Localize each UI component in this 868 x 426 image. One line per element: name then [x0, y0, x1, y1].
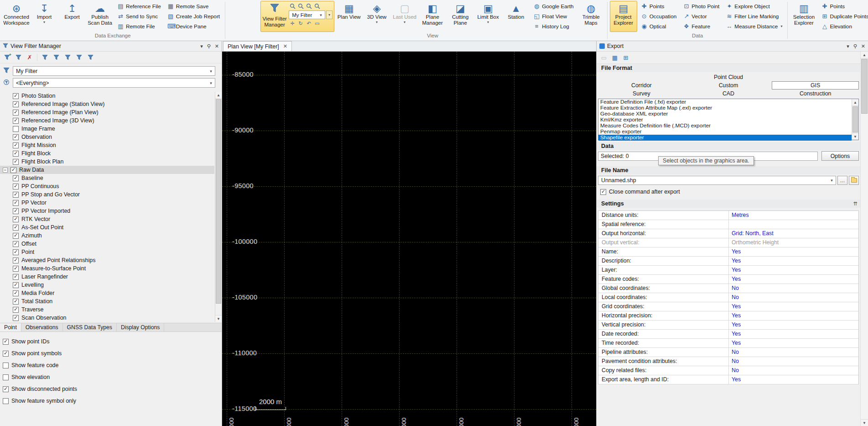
zoom-extents-icon[interactable] — [313, 3, 321, 10]
panel-close-icon[interactable]: ✕ — [861, 43, 865, 49]
panel-pin-icon[interactable]: ⚲ — [853, 43, 857, 49]
tree-item[interactable]: − Point — [0, 248, 214, 256]
tree-item[interactable]: − PP Stop and Go Vector — [0, 190, 214, 199]
checkbox[interactable] — [3, 339, 9, 345]
checkbox[interactable] — [13, 225, 19, 231]
scope-combobox[interactable]: <Everything> ▾ — [13, 78, 215, 88]
tree-item[interactable]: − As-Set Out Point — [0, 223, 214, 231]
scroll-up-icon[interactable]: ▲ — [852, 99, 858, 106]
scroll-down-icon[interactable]: ▼ — [861, 419, 868, 426]
format-category[interactable] — [598, 73, 685, 81]
display-option[interactable]: Show point IDs — [3, 336, 219, 347]
tree-item[interactable]: − Azimuth — [0, 231, 214, 240]
tree-item[interactable]: − Measure-to-Surface Point — [0, 264, 214, 273]
scrollbar-thumb[interactable] — [216, 99, 221, 304]
tree-item[interactable]: − Observation — [0, 133, 214, 141]
ribbon-filter-combobox[interactable]: My Filter ▾ — [289, 11, 325, 19]
setting-value[interactable]: No — [729, 366, 858, 375]
format-category[interactable]: Survey — [598, 89, 685, 98]
tree-item[interactable]: − Flight Block Plan — [0, 158, 214, 166]
checkbox[interactable] — [13, 134, 19, 140]
exporter-list-scrollbar[interactable]: ▲ ▼ — [852, 99, 858, 140]
checkbox[interactable] — [13, 208, 19, 214]
ribbon-button[interactable]: ▥ Remote File — [114, 21, 164, 31]
panel-scrollbar[interactable]: ▲ ▼ — [860, 52, 868, 426]
display-option[interactable]: Show elevation — [3, 371, 219, 383]
checkbox[interactable] — [13, 216, 19, 222]
tree-item[interactable]: − Traverse — [0, 305, 214, 314]
map-canvas[interactable]: -85000-90000-95000-100000-105000-110000-… — [222, 52, 596, 426]
ribbon-button[interactable]: △ Elevation — [818, 21, 868, 31]
checkbox[interactable] — [13, 233, 19, 239]
panel-pin-icon[interactable]: ⚲ — [207, 43, 211, 49]
ribbon-button[interactable]: ❖ Feature — [680, 21, 722, 31]
checkbox[interactable] — [13, 93, 19, 99]
checkbox[interactable] — [13, 110, 19, 116]
filter-group-icon[interactable] — [51, 53, 61, 62]
setting-value[interactable]: Yes — [729, 321, 858, 329]
tree-item[interactable]: − Referenced Image (3D View) — [0, 116, 214, 125]
format-category[interactable]: GIS — [772, 81, 859, 89]
setting-value[interactable]: Yes — [729, 302, 858, 311]
collapse-expander-icon[interactable]: − — [3, 168, 8, 173]
tree-item[interactable]: − Flight Mission — [0, 141, 214, 149]
ribbon-button[interactable]: ◈ 3D View ▾ — [363, 1, 390, 32]
setting-value[interactable]: Yes — [729, 375, 858, 384]
tree-item[interactable]: − Referenced Image (Station View) — [0, 100, 214, 108]
ribbon-button[interactable]: ◱ Float View — [530, 11, 577, 21]
scrollbar-thumb[interactable] — [852, 106, 858, 132]
exporter-item[interactable]: Kml/Kmz exporter — [598, 117, 852, 123]
new-format-icon[interactable]: ⊞ — [621, 53, 630, 62]
setting-value[interactable] — [729, 220, 858, 229]
filter-panel-tab[interactable]: Observations — [21, 323, 63, 331]
format-category[interactable] — [772, 73, 859, 81]
filter-name-combobox[interactable]: My Filter ▾ — [13, 66, 215, 76]
tree-item[interactable]: − Laser Rangefinder — [0, 273, 214, 281]
tree-scrollbar[interactable]: ▲ ▼ — [215, 92, 222, 322]
options-button[interactable]: Options — [821, 151, 859, 161]
setting-value[interactable]: Yes — [729, 266, 858, 274]
format-category[interactable]: Construction — [772, 89, 859, 98]
checkbox[interactable] — [10, 167, 16, 173]
display-option[interactable]: Show point symbols — [3, 347, 219, 359]
tree-item[interactable]: − Offset — [0, 240, 214, 248]
setting-value[interactable]: No — [729, 357, 858, 366]
exporter-item[interactable]: Measure Codes Definition file (.MCD) exp… — [598, 123, 852, 129]
tree-item[interactable]: − PP Vector Imported — [0, 207, 214, 215]
ribbon-button[interactable]: ⇄ Send to Sync — [114, 11, 164, 21]
setting-value[interactable]: No — [729, 348, 858, 357]
checkbox[interactable] — [3, 386, 9, 392]
ribbon-button[interactable]: ✚ Points — [638, 1, 680, 11]
display-option[interactable]: Show feature code — [3, 359, 219, 371]
tree-item[interactable]: − Averaged Point Relationships — [0, 256, 214, 264]
collapse-section-icon[interactable]: ⇈ — [853, 200, 858, 208]
ribbon-button[interactable]: ◪ Cutting Plane — [447, 1, 474, 32]
display-option[interactable]: Show feature symbol only — [3, 395, 219, 407]
tree-item[interactable]: − Total Station — [0, 297, 214, 305]
ribbon-button[interactable]: ⊡ Photo Point — [680, 1, 722, 11]
open-folder-button[interactable] — [849, 176, 859, 185]
plan-view-tab[interactable]: Plan View [My Filter] ✕ — [223, 41, 292, 51]
panel-menu-icon[interactable]: ▾ — [847, 43, 849, 49]
selection-explorer-button[interactable]: ▥ Selection Explorer — [790, 1, 817, 32]
filter-list-icon[interactable] — [85, 53, 95, 62]
previous-view-icon[interactable]: ↶ — [305, 20, 312, 27]
checkbox[interactable] — [13, 249, 19, 255]
checkbox[interactable] — [13, 266, 19, 272]
checkbox[interactable] — [13, 192, 19, 198]
close-after-export-checkbox[interactable]: Close command after export — [600, 189, 860, 195]
ribbon-button[interactable]: ⌨ Device Pane — [165, 21, 223, 31]
ribbon-button[interactable]: ▢ Last Used ▾ — [391, 1, 418, 32]
filter-settings-icon[interactable] — [74, 53, 84, 62]
zoom-in-icon[interactable] — [289, 3, 296, 10]
setting-value[interactable]: Yes — [729, 339, 858, 347]
ribbon-button[interactable]: ▦ Remote Save — [165, 1, 223, 11]
ribbon-button[interactable]: ▦ Plan View — [335, 1, 363, 32]
view-filter-manager-button[interactable]: View Filter Manager — [261, 1, 288, 32]
ribbon-button[interactable]: ⊙ Occupation — [638, 11, 680, 21]
copy-filter-icon[interactable] — [13, 53, 23, 62]
delete-filter-icon[interactable]: ✗ — [25, 53, 35, 62]
checkbox[interactable] — [13, 175, 19, 181]
close-tab-icon[interactable]: ✕ — [283, 43, 287, 49]
checkbox[interactable] — [13, 282, 19, 288]
